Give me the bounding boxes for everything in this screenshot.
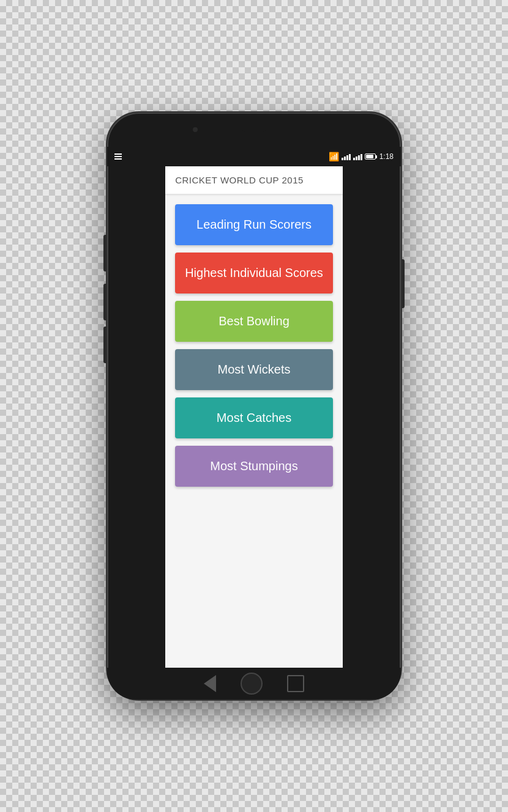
menu-icon <box>114 153 122 160</box>
phone-top-hardware <box>107 113 401 147</box>
status-time: 1:18 <box>379 152 394 161</box>
app-content: CRICKET WORLD CUP 2015 Leading Run Score… <box>165 166 343 668</box>
signal-bars-icon <box>342 153 351 160</box>
phone-bottom-nav <box>107 668 401 699</box>
wifi-icon: 📶 <box>329 152 339 161</box>
menu-btn-most-stumpings[interactable]: Most Stumpings <box>175 446 333 487</box>
battery-icon <box>365 153 377 160</box>
signal-bars-2-icon <box>353 153 362 160</box>
status-left <box>114 153 122 160</box>
status-bar: 📶 1:18 <box>107 147 401 166</box>
menu-btn-leading-run-scorers[interactable]: Leading Run Scorers <box>175 204 333 245</box>
home-button[interactable] <box>241 673 263 695</box>
menu-btn-most-wickets[interactable]: Most Wickets <box>175 349 333 390</box>
app-title: CRICKET WORLD CUP 2015 <box>175 175 333 185</box>
menu-btn-most-catches[interactable]: Most Catches <box>175 397 333 438</box>
speaker-grille <box>242 125 266 132</box>
back-button[interactable] <box>204 675 216 692</box>
camera-dot <box>193 127 198 132</box>
menu-btn-highest-individual-scores[interactable]: Highest Individual Scores <box>175 253 333 293</box>
phone-device: 📶 1:18 CRICKET WORLD CUP 2015 Leading Ru… <box>107 113 401 699</box>
status-right: 📶 1:18 <box>329 152 394 161</box>
app-header: CRICKET WORLD CUP 2015 <box>165 166 343 194</box>
menu-list: Leading Run ScorersHighest Individual Sc… <box>165 194 343 668</box>
recents-button[interactable] <box>287 675 304 692</box>
menu-btn-best-bowling[interactable]: Best Bowling <box>175 301 333 342</box>
